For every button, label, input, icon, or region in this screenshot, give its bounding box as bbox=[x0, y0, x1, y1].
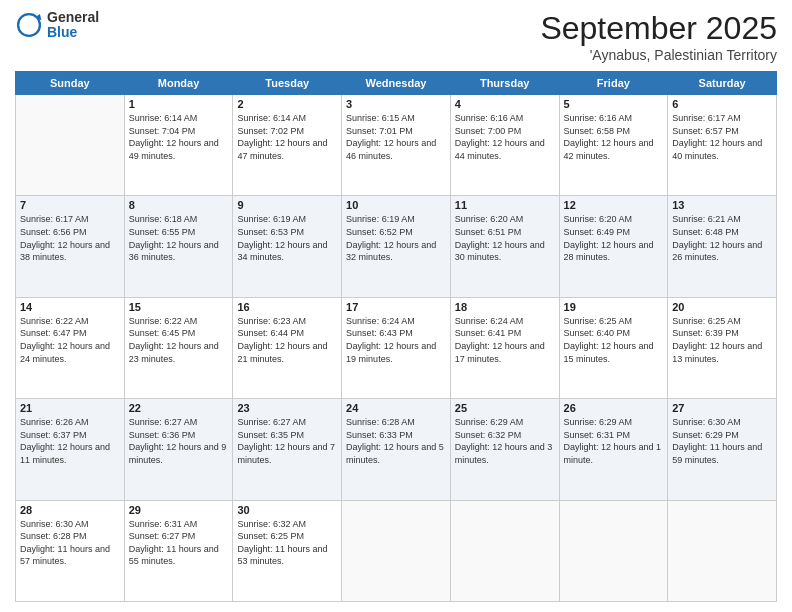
day-info: Sunrise: 6:29 AMSunset: 6:31 PMDaylight:… bbox=[564, 416, 664, 466]
weekday-header-tuesday: Tuesday bbox=[233, 72, 342, 95]
day-info: Sunrise: 6:30 AMSunset: 6:28 PMDaylight:… bbox=[20, 518, 120, 568]
day-info: Sunrise: 6:23 AMSunset: 6:44 PMDaylight:… bbox=[237, 315, 337, 365]
calendar-cell: 22Sunrise: 6:27 AMSunset: 6:36 PMDayligh… bbox=[124, 399, 233, 500]
calendar-cell: 14Sunrise: 6:22 AMSunset: 6:47 PMDayligh… bbox=[16, 297, 125, 398]
day-info: Sunrise: 6:17 AMSunset: 6:56 PMDaylight:… bbox=[20, 213, 120, 263]
logo-icon bbox=[15, 11, 43, 39]
day-info: Sunrise: 6:21 AMSunset: 6:48 PMDaylight:… bbox=[672, 213, 772, 263]
day-number: 15 bbox=[129, 301, 229, 313]
day-info: Sunrise: 6:17 AMSunset: 6:57 PMDaylight:… bbox=[672, 112, 772, 162]
calendar-cell bbox=[559, 500, 668, 601]
calendar-cell: 3Sunrise: 6:15 AMSunset: 7:01 PMDaylight… bbox=[342, 95, 451, 196]
logo-blue: Blue bbox=[47, 25, 99, 40]
page-header: General Blue September 2025 'Aynabus, Pa… bbox=[15, 10, 777, 63]
day-info: Sunrise: 6:27 AMSunset: 6:35 PMDaylight:… bbox=[237, 416, 337, 466]
month-title: September 2025 bbox=[540, 10, 777, 47]
calendar-cell: 2Sunrise: 6:14 AMSunset: 7:02 PMDaylight… bbox=[233, 95, 342, 196]
calendar-cell: 21Sunrise: 6:26 AMSunset: 6:37 PMDayligh… bbox=[16, 399, 125, 500]
day-number: 12 bbox=[564, 199, 664, 211]
day-number: 30 bbox=[237, 504, 337, 516]
day-info: Sunrise: 6:26 AMSunset: 6:37 PMDaylight:… bbox=[20, 416, 120, 466]
calendar-cell: 13Sunrise: 6:21 AMSunset: 6:48 PMDayligh… bbox=[668, 196, 777, 297]
weekday-header-monday: Monday bbox=[124, 72, 233, 95]
calendar-cell: 9Sunrise: 6:19 AMSunset: 6:53 PMDaylight… bbox=[233, 196, 342, 297]
day-number: 4 bbox=[455, 98, 555, 110]
calendar-cell bbox=[16, 95, 125, 196]
location-title: 'Aynabus, Palestinian Territory bbox=[540, 47, 777, 63]
day-number: 27 bbox=[672, 402, 772, 414]
calendar-cell: 27Sunrise: 6:30 AMSunset: 6:29 PMDayligh… bbox=[668, 399, 777, 500]
calendar-cell: 24Sunrise: 6:28 AMSunset: 6:33 PMDayligh… bbox=[342, 399, 451, 500]
calendar-cell: 12Sunrise: 6:20 AMSunset: 6:49 PMDayligh… bbox=[559, 196, 668, 297]
calendar-cell: 4Sunrise: 6:16 AMSunset: 7:00 PMDaylight… bbox=[450, 95, 559, 196]
day-number: 11 bbox=[455, 199, 555, 211]
calendar-cell: 10Sunrise: 6:19 AMSunset: 6:52 PMDayligh… bbox=[342, 196, 451, 297]
day-info: Sunrise: 6:16 AMSunset: 6:58 PMDaylight:… bbox=[564, 112, 664, 162]
logo-general: General bbox=[47, 10, 99, 25]
day-info: Sunrise: 6:14 AMSunset: 7:02 PMDaylight:… bbox=[237, 112, 337, 162]
calendar-cell: 25Sunrise: 6:29 AMSunset: 6:32 PMDayligh… bbox=[450, 399, 559, 500]
day-number: 21 bbox=[20, 402, 120, 414]
day-info: Sunrise: 6:14 AMSunset: 7:04 PMDaylight:… bbox=[129, 112, 229, 162]
weekday-header-wednesday: Wednesday bbox=[342, 72, 451, 95]
day-info: Sunrise: 6:30 AMSunset: 6:29 PMDaylight:… bbox=[672, 416, 772, 466]
day-info: Sunrise: 6:27 AMSunset: 6:36 PMDaylight:… bbox=[129, 416, 229, 466]
day-info: Sunrise: 6:32 AMSunset: 6:25 PMDaylight:… bbox=[237, 518, 337, 568]
weekday-header-saturday: Saturday bbox=[668, 72, 777, 95]
day-info: Sunrise: 6:29 AMSunset: 6:32 PMDaylight:… bbox=[455, 416, 555, 466]
calendar-week-row: 1Sunrise: 6:14 AMSunset: 7:04 PMDaylight… bbox=[16, 95, 777, 196]
calendar-cell: 15Sunrise: 6:22 AMSunset: 6:45 PMDayligh… bbox=[124, 297, 233, 398]
calendar-cell: 7Sunrise: 6:17 AMSunset: 6:56 PMDaylight… bbox=[16, 196, 125, 297]
calendar-cell: 19Sunrise: 6:25 AMSunset: 6:40 PMDayligh… bbox=[559, 297, 668, 398]
calendar-week-row: 14Sunrise: 6:22 AMSunset: 6:47 PMDayligh… bbox=[16, 297, 777, 398]
calendar-cell: 30Sunrise: 6:32 AMSunset: 6:25 PMDayligh… bbox=[233, 500, 342, 601]
day-number: 26 bbox=[564, 402, 664, 414]
day-number: 13 bbox=[672, 199, 772, 211]
calendar-cell: 17Sunrise: 6:24 AMSunset: 6:43 PMDayligh… bbox=[342, 297, 451, 398]
calendar-cell: 6Sunrise: 6:17 AMSunset: 6:57 PMDaylight… bbox=[668, 95, 777, 196]
day-number: 9 bbox=[237, 199, 337, 211]
day-number: 7 bbox=[20, 199, 120, 211]
calendar-cell: 28Sunrise: 6:30 AMSunset: 6:28 PMDayligh… bbox=[16, 500, 125, 601]
day-number: 5 bbox=[564, 98, 664, 110]
day-info: Sunrise: 6:18 AMSunset: 6:55 PMDaylight:… bbox=[129, 213, 229, 263]
day-number: 10 bbox=[346, 199, 446, 211]
day-number: 3 bbox=[346, 98, 446, 110]
day-info: Sunrise: 6:24 AMSunset: 6:43 PMDaylight:… bbox=[346, 315, 446, 365]
day-number: 23 bbox=[237, 402, 337, 414]
day-number: 28 bbox=[20, 504, 120, 516]
day-number: 1 bbox=[129, 98, 229, 110]
logo: General Blue bbox=[15, 10, 99, 41]
day-number: 19 bbox=[564, 301, 664, 313]
title-block: September 2025 'Aynabus, Palestinian Ter… bbox=[540, 10, 777, 63]
day-number: 6 bbox=[672, 98, 772, 110]
calendar-table: SundayMondayTuesdayWednesdayThursdayFrid… bbox=[15, 71, 777, 602]
day-info: Sunrise: 6:19 AMSunset: 6:53 PMDaylight:… bbox=[237, 213, 337, 263]
day-number: 18 bbox=[455, 301, 555, 313]
calendar-week-row: 28Sunrise: 6:30 AMSunset: 6:28 PMDayligh… bbox=[16, 500, 777, 601]
calendar-cell: 18Sunrise: 6:24 AMSunset: 6:41 PMDayligh… bbox=[450, 297, 559, 398]
calendar-cell: 11Sunrise: 6:20 AMSunset: 6:51 PMDayligh… bbox=[450, 196, 559, 297]
calendar-cell: 26Sunrise: 6:29 AMSunset: 6:31 PMDayligh… bbox=[559, 399, 668, 500]
day-info: Sunrise: 6:20 AMSunset: 6:49 PMDaylight:… bbox=[564, 213, 664, 263]
calendar-cell: 1Sunrise: 6:14 AMSunset: 7:04 PMDaylight… bbox=[124, 95, 233, 196]
calendar-cell: 20Sunrise: 6:25 AMSunset: 6:39 PMDayligh… bbox=[668, 297, 777, 398]
day-info: Sunrise: 6:22 AMSunset: 6:47 PMDaylight:… bbox=[20, 315, 120, 365]
calendar-cell bbox=[450, 500, 559, 601]
calendar-week-row: 21Sunrise: 6:26 AMSunset: 6:37 PMDayligh… bbox=[16, 399, 777, 500]
day-info: Sunrise: 6:24 AMSunset: 6:41 PMDaylight:… bbox=[455, 315, 555, 365]
weekday-header-thursday: Thursday bbox=[450, 72, 559, 95]
day-info: Sunrise: 6:25 AMSunset: 6:40 PMDaylight:… bbox=[564, 315, 664, 365]
calendar-week-row: 7Sunrise: 6:17 AMSunset: 6:56 PMDaylight… bbox=[16, 196, 777, 297]
calendar-cell bbox=[342, 500, 451, 601]
calendar-cell: 16Sunrise: 6:23 AMSunset: 6:44 PMDayligh… bbox=[233, 297, 342, 398]
day-info: Sunrise: 6:28 AMSunset: 6:33 PMDaylight:… bbox=[346, 416, 446, 466]
logo-text: General Blue bbox=[47, 10, 99, 41]
weekday-header-row: SundayMondayTuesdayWednesdayThursdayFrid… bbox=[16, 72, 777, 95]
day-number: 8 bbox=[129, 199, 229, 211]
weekday-header-sunday: Sunday bbox=[16, 72, 125, 95]
day-info: Sunrise: 6:15 AMSunset: 7:01 PMDaylight:… bbox=[346, 112, 446, 162]
day-number: 20 bbox=[672, 301, 772, 313]
day-number: 14 bbox=[20, 301, 120, 313]
day-info: Sunrise: 6:19 AMSunset: 6:52 PMDaylight:… bbox=[346, 213, 446, 263]
